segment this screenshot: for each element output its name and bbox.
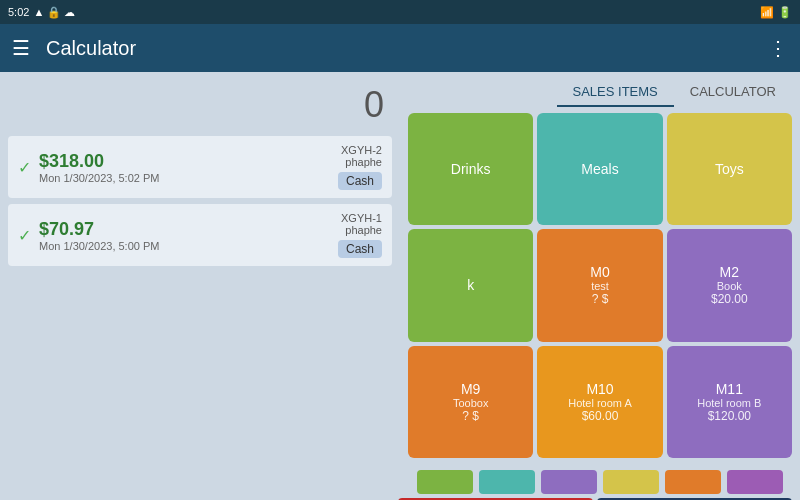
sales-grid: Drinks Meals Toys k M0 test ? $ M2 Book … xyxy=(408,113,792,458)
top-bar: ☰ Calculator ⋮ xyxy=(0,24,800,72)
more-icon[interactable]: ⋮ xyxy=(768,36,788,60)
sales-item-m2[interactable]: M2 Book $20.00 xyxy=(667,229,792,341)
sales-item-m9-name: M9 xyxy=(461,381,480,397)
check-icon-1: ✓ xyxy=(18,158,31,177)
sales-item-m10[interactable]: M10 Hotel room A $60.00 xyxy=(537,346,662,458)
transaction-meta-2: XGYH-1 phaphe Cash xyxy=(338,212,382,258)
page-title: Calculator xyxy=(46,37,768,60)
transaction-id-1: XGYH-2 xyxy=(338,144,382,156)
sales-item-meals-name: Meals xyxy=(581,161,618,177)
transaction-id-2: XGYH-1 xyxy=(338,212,382,224)
sales-item-m11-price: $120.00 xyxy=(708,409,751,423)
wifi-icon: 📶 xyxy=(760,6,774,19)
sales-item-m9-code: Toobox xyxy=(453,397,488,409)
tabs: SALES ITEMS CALCULATOR xyxy=(408,78,792,107)
main-content: 0 ✓ $318.00 Mon 1/30/2023, 5:02 PM XGYH-… xyxy=(0,72,800,464)
transaction-meta-1: XGYH-2 phaphe Cash xyxy=(338,144,382,190)
battery-icon: 🔋 xyxy=(778,6,792,19)
menu-icon[interactable]: ☰ xyxy=(12,36,30,60)
transaction-user-1: phaphe xyxy=(338,156,382,168)
sales-item-m2-name: M2 xyxy=(720,264,739,280)
tab-calculator[interactable]: CALCULATOR xyxy=(674,78,792,107)
sales-item-m0-name: M0 xyxy=(590,264,609,280)
transaction-date-2: Mon 1/30/2023, 5:00 PM xyxy=(39,240,330,252)
sales-item-m0[interactable]: M0 test ? $ xyxy=(537,229,662,341)
status-right: 📶 🔋 xyxy=(760,6,792,19)
transaction-date-1: Mon 1/30/2023, 5:02 PM xyxy=(39,172,330,184)
sales-item-meals[interactable]: Meals xyxy=(537,113,662,225)
sales-item-m10-name: M10 xyxy=(586,381,613,397)
payment-badge-1: Cash xyxy=(338,172,382,190)
color-dot-1[interactable] xyxy=(479,470,535,494)
color-dot-0[interactable] xyxy=(417,470,473,494)
sales-item-m11[interactable]: M11 Hotel room B $120.00 xyxy=(667,346,792,458)
transaction-info-1: $318.00 Mon 1/30/2023, 5:02 PM xyxy=(39,151,330,184)
sales-item-m11-name: M11 xyxy=(716,381,743,397)
status-bar: 5:02 ▲ 🔒 ☁ 📶 🔋 xyxy=(0,0,800,24)
status-left: 5:02 ▲ 🔒 ☁ xyxy=(8,6,75,19)
sales-item-toys-name: Toys xyxy=(715,161,744,177)
bottom-area: CLEAR RECEIPT xyxy=(0,464,800,500)
sales-item-toys[interactable]: Toys xyxy=(667,113,792,225)
transaction-amount-1: $318.00 xyxy=(39,151,330,172)
status-time: 5:02 xyxy=(8,6,29,18)
color-dot-2[interactable] xyxy=(541,470,597,494)
sales-item-m2-price: $20.00 xyxy=(711,292,748,306)
color-palette xyxy=(8,470,792,494)
transaction-user-2: phaphe xyxy=(338,224,382,236)
sales-item-m0-code: test xyxy=(591,280,609,292)
transaction-info-2: $70.97 Mon 1/30/2023, 5:00 PM xyxy=(39,219,330,252)
transaction-card-1[interactable]: ✓ $318.00 Mon 1/30/2023, 5:02 PM XGYH-2 … xyxy=(8,136,392,198)
sales-item-drinks-name: Drinks xyxy=(451,161,491,177)
display-amount: 0 xyxy=(8,80,392,130)
right-panel: SALES ITEMS CALCULATOR Drinks Meals Toys… xyxy=(400,72,800,464)
payment-badge-2: Cash xyxy=(338,240,382,258)
sales-item-m9[interactable]: M9 Toobox ? $ xyxy=(408,346,533,458)
status-icons: ▲ 🔒 ☁ xyxy=(33,6,75,19)
sales-item-m0-price: ? $ xyxy=(592,292,609,306)
sales-item-m10-code: Hotel room A xyxy=(568,397,632,409)
tab-sales-items[interactable]: SALES ITEMS xyxy=(557,78,674,107)
sales-item-m10-price: $60.00 xyxy=(582,409,619,423)
check-icon-2: ✓ xyxy=(18,226,31,245)
sales-item-m11-code: Hotel room B xyxy=(697,397,761,409)
transaction-card-2[interactable]: ✓ $70.97 Mon 1/30/2023, 5:00 PM XGYH-1 p… xyxy=(8,204,392,266)
sales-item-k[interactable]: k xyxy=(408,229,533,341)
color-dot-3[interactable] xyxy=(603,470,659,494)
sales-item-k-name: k xyxy=(467,277,474,293)
transaction-amount-2: $70.97 xyxy=(39,219,330,240)
sales-item-m9-price: ? $ xyxy=(462,409,479,423)
sales-item-m2-code: Book xyxy=(717,280,742,292)
left-panel: 0 ✓ $318.00 Mon 1/30/2023, 5:02 PM XGYH-… xyxy=(0,72,400,464)
sales-item-drinks[interactable]: Drinks xyxy=(408,113,533,225)
color-dot-4[interactable] xyxy=(665,470,721,494)
color-dot-5[interactable] xyxy=(727,470,783,494)
